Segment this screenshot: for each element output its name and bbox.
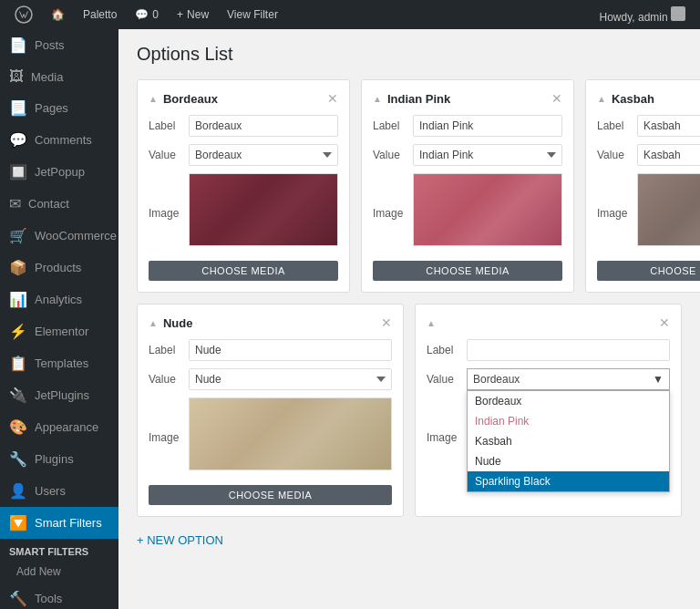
value-select-bordeaux[interactable]: Bordeaux Indian Pink Kasbah Nude Sparkli… — [189, 144, 338, 166]
sidebar-item-media[interactable]: 🖼 Media — [0, 61, 118, 92]
choose-media-nude[interactable]: CHOOSE MEDIA — [149, 485, 392, 505]
admin-bar-new[interactable]: + New — [170, 0, 216, 29]
dropdown-option-kasbah[interactable]: Kasbah — [468, 431, 669, 451]
admin-bar-wp-logo[interactable] — [7, 0, 40, 29]
value-text-bordeaux: Value — [149, 149, 183, 161]
image-text-nude: Image — [149, 431, 183, 444]
label-input-bordeaux[interactable] — [189, 115, 338, 137]
comments-icon: 💬 — [9, 131, 27, 149]
sidebar-item-smart-filters[interactable]: 🔽 Smart Filters — [0, 507, 118, 539]
image-row-bordeaux: Image — [149, 173, 338, 253]
option-card-indian-pink: ▲ Indian Pink ✕ Label Value Bordeaux Ind… — [361, 79, 574, 293]
option-card-empty: ▲ ✕ Label Value Bordeaux ▼ — [415, 304, 682, 517]
sidebar-item-templates[interactable]: 📋 Templates — [0, 347, 118, 379]
sidebar-item-users[interactable]: 👤 Users — [0, 475, 118, 507]
users-icon: 👤 — [9, 482, 27, 500]
option-card-nude: ▲ Nude ✕ Label Value Bordeaux Indian Pin… — [137, 304, 404, 517]
admin-bar-site-name[interactable]: Paletto — [76, 0, 124, 29]
tools-icon: 🔨 — [9, 590, 27, 607]
sidebar-item-appearance[interactable]: 🎨 Appearance — [0, 411, 118, 443]
card-header-nude: ▲ Nude ✕ — [149, 315, 392, 330]
card-close-empty[interactable]: ✕ — [659, 315, 670, 330]
sidebar-item-analytics[interactable]: 📊 Analytics — [0, 284, 118, 315]
dropdown-option-nude[interactable]: Nude — [468, 451, 669, 471]
arrow-up-kasbah[interactable]: ▲ — [597, 94, 606, 104]
card-title-nude: Nude — [163, 316, 193, 330]
new-option-button[interactable]: + NEW OPTION — [137, 528, 223, 552]
admin-bar-home[interactable]: 🏠 — [44, 0, 72, 29]
label-row-nude: Label — [149, 339, 392, 361]
label-text-nude: Label — [149, 344, 183, 356]
image-text-indian-pink: Image — [373, 207, 407, 220]
sidebar-item-posts[interactable]: 📄 Posts — [0, 29, 118, 61]
choose-media-bordeaux[interactable]: CHOOSE MEDIA — [149, 261, 338, 281]
label-input-indian-pink[interactable] — [413, 115, 562, 137]
image-area-nude — [189, 397, 392, 470]
sidebar-item-contact[interactable]: ✉ Contact — [0, 188, 118, 220]
card-title-indian-pink: Indian Pink — [387, 92, 450, 106]
plugins-icon: 🔧 — [9, 450, 27, 468]
media-icon: 🖼 — [9, 68, 24, 85]
swatch-kasbah — [638, 174, 700, 245]
card-title-kasbah: Kasbah — [612, 92, 654, 106]
sidebar-item-jetpopup[interactable]: 🔲 JetPopup — [0, 156, 118, 188]
label-row-empty: Label — [427, 339, 670, 361]
dropdown-trigger[interactable]: Bordeaux ▼ — [467, 368, 670, 390]
value-select-indian-pink[interactable]: Bordeaux Indian Pink Kasbah Nude Sparkli… — [413, 144, 562, 166]
arrow-up-nude[interactable]: ▲ — [149, 318, 158, 328]
image-text-bordeaux: Image — [149, 207, 183, 220]
arrow-up-bordeaux[interactable]: ▲ — [149, 94, 158, 104]
choose-media-indian-pink[interactable]: CHOOSE MEDIA — [373, 261, 562, 281]
dropdown-options-list: Bordeaux Indian Pink Kasbah Nude Sparkli… — [467, 390, 670, 492]
card-header-kasbah: ▲ Kasbah ✕ — [597, 91, 700, 106]
admin-bar-view-filter[interactable]: View Filter — [220, 0, 285, 29]
sidebar-sub-item-add-new[interactable]: Add New — [0, 561, 118, 583]
card-close-bordeaux[interactable]: ✕ — [327, 91, 338, 106]
appearance-icon: 🎨 — [9, 418, 27, 436]
label-input-nude[interactable] — [189, 339, 392, 361]
jetplugins-icon: 🔌 — [9, 387, 27, 404]
sidebar-item-woocommerce[interactable]: 🛒 WooCommerce — [0, 220, 118, 252]
card-close-indian-pink[interactable]: ✕ — [551, 91, 562, 106]
value-select-nude[interactable]: Bordeaux Indian Pink Kasbah Nude Sparkli… — [189, 368, 392, 390]
pages-icon: 📃 — [9, 99, 27, 117]
card-close-nude[interactable]: ✕ — [381, 315, 392, 330]
options-grid-bottom: ▲ Nude ✕ Label Value Bordeaux Indian Pin… — [137, 304, 682, 517]
label-text-indian-pink: Label — [373, 119, 407, 132]
analytics-icon: 📊 — [9, 291, 27, 308]
value-select-kasbah[interactable]: Bordeaux Indian Pink Kasbah Nude Sparkli… — [637, 144, 700, 166]
value-text-empty: Value — [427, 373, 461, 386]
choose-media-kasbah[interactable]: CHOOSE MEDIA — [597, 261, 700, 281]
label-row-kasbah: Label — [597, 115, 700, 137]
sidebar-item-pages[interactable]: 📃 Pages — [0, 92, 118, 124]
dropdown-option-sparkling-black[interactable]: Sparkling Black — [468, 471, 669, 491]
label-input-empty[interactable] — [467, 339, 670, 361]
label-text-kasbah: Label — [597, 119, 632, 132]
sidebar-item-comments[interactable]: 💬 Comments — [0, 124, 118, 156]
arrow-up-empty[interactable]: ▲ — [427, 318, 436, 328]
admin-bar-comments[interactable]: 💬 0 — [128, 0, 166, 29]
dropdown-option-bordeaux[interactable]: Bordeaux — [468, 391, 669, 411]
posts-icon: 📄 — [9, 36, 27, 54]
image-area-bordeaux — [189, 173, 338, 246]
sidebar-item-tools[interactable]: 🔨 Tools — [0, 583, 118, 609]
sidebar-item-products[interactable]: 📦 Products — [0, 252, 118, 284]
image-row-nude: Image — [149, 397, 392, 478]
card-title-bordeaux: Bordeaux — [163, 92, 218, 106]
value-text-kasbah: Value — [597, 149, 632, 161]
swatch-indian-pink — [414, 174, 561, 245]
sidebar: 📄 Posts 🖼 Media 📃 Pages 💬 Comments 🔲 Jet… — [0, 29, 118, 609]
dropdown-option-indian-pink[interactable]: Indian Pink — [468, 411, 669, 431]
value-row-kasbah: Value Bordeaux Indian Pink Kasbah Nude S… — [597, 144, 700, 166]
sidebar-item-plugins[interactable]: 🔧 Plugins — [0, 443, 118, 475]
sidebar-item-elementor[interactable]: ⚡ Elementor — [0, 315, 118, 347]
card-header-bordeaux: ▲ Bordeaux ✕ — [149, 91, 338, 106]
admin-avatar — [671, 6, 685, 21]
value-text-nude: Value — [149, 373, 183, 386]
sidebar-item-jetplugins[interactable]: 🔌 JetPlugins — [0, 379, 118, 411]
jetpopup-icon: 🔲 — [9, 163, 27, 181]
label-input-kasbah[interactable] — [637, 115, 700, 137]
smart-filters-icon: 🔽 — [9, 514, 27, 532]
option-card-bordeaux: ▲ Bordeaux ✕ Label Value Bordeaux Indian… — [137, 79, 350, 293]
arrow-up-indian-pink[interactable]: ▲ — [373, 94, 382, 104]
